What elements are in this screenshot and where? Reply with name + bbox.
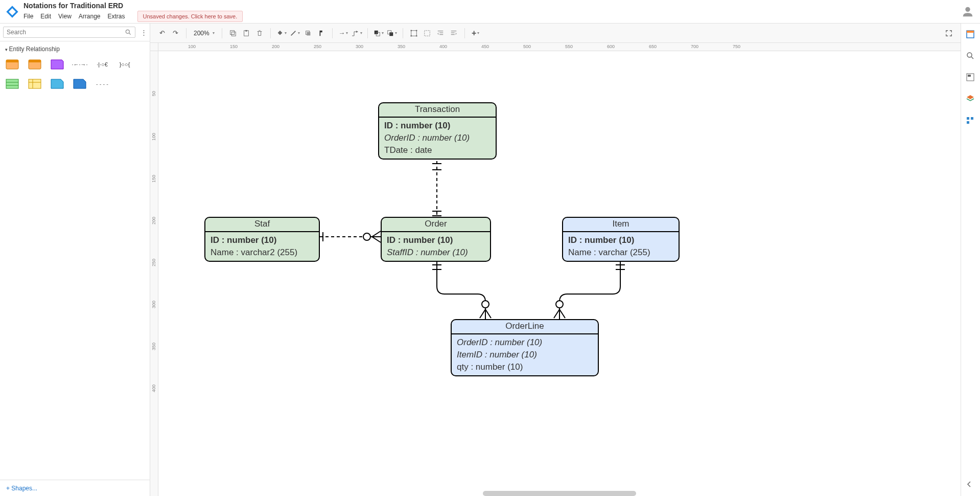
svg-line-45 <box>372 237 381 242</box>
outline-panel-icon[interactable] <box>966 73 976 83</box>
entity-row[interactable]: TDate : date <box>384 144 491 156</box>
insert-button[interactable]: +▾ <box>470 28 481 39</box>
entity-title: Order <box>382 218 490 232</box>
svg-rect-23 <box>411 30 416 36</box>
svg-line-51 <box>485 309 491 318</box>
menu-extras[interactable]: Extras <box>108 13 125 20</box>
svg-point-27 <box>416 35 417 36</box>
entity-row[interactable]: ID : number (10) <box>211 234 314 246</box>
entity-row[interactable]: ID : number (10) <box>384 120 491 132</box>
toolbar: ↶ ↷ 200%▾ ▾ ▾ →▾ ▾ ▾ ▾ +▾ <box>150 24 961 43</box>
to-front-button[interactable]: ▾ <box>373 28 384 39</box>
entity-row[interactable]: ItemID : number (10) <box>457 349 593 361</box>
to-back-button[interactable]: ▾ <box>386 28 398 39</box>
entity-staf[interactable]: Staf ID : number (10) Name : varchar2 (2… <box>204 217 320 262</box>
entity-row[interactable]: Name : varchar2 (255) <box>211 246 314 259</box>
paper[interactable]: Transaction ID : number (10) OrderID : n… <box>158 51 961 496</box>
svg-rect-65 <box>971 117 973 120</box>
redo-button[interactable]: ↷ <box>170 28 181 39</box>
entity-row[interactable]: Name : varchar (255) <box>568 246 673 259</box>
svg-line-49 <box>480 309 485 318</box>
save-warning[interactable]: Unsaved changes. Click here to save. <box>137 11 243 22</box>
more-shapes-button[interactable]: + Shapes... <box>6 485 37 492</box>
svg-point-54 <box>556 301 563 308</box>
svg-line-61 <box>971 57 973 59</box>
entity-row[interactable]: OrderID : number (10) <box>384 132 491 144</box>
search-icon <box>125 29 132 36</box>
undo-button[interactable]: ↶ <box>156 28 168 39</box>
svg-rect-66 <box>967 121 969 124</box>
entity-item[interactable]: Item ID : number (10) Name : varchar (25… <box>562 217 680 262</box>
svg-rect-10 <box>29 79 41 88</box>
entity-row[interactable]: OrderID : number (10) <box>457 336 593 349</box>
tags-panel-icon[interactable] <box>966 116 976 126</box>
line-color-button[interactable]: ▾ <box>289 28 300 39</box>
entity-title: Staf <box>205 218 319 232</box>
svg-rect-63 <box>968 75 971 77</box>
zoom-select[interactable]: 200%▾ <box>192 30 217 37</box>
ruler-corner <box>150 43 158 51</box>
layers-panel-icon[interactable] <box>966 94 976 104</box>
svg-rect-4 <box>6 60 18 62</box>
svg-rect-18 <box>307 32 310 35</box>
menu-edit[interactable]: Edit <box>40 13 51 20</box>
entity-title: OrderLine <box>452 320 598 334</box>
menu-arrange[interactable]: Arrange <box>79 13 101 20</box>
entity-row[interactable]: ID : number (10) <box>568 234 673 246</box>
svg-rect-7 <box>6 79 18 88</box>
shadow-button[interactable] <box>302 28 314 39</box>
entity-row[interactable]: qty : number (10) <box>457 361 593 373</box>
entity-row[interactable]: ID : number (10) <box>387 234 485 246</box>
entity-orderline[interactable]: OrderLine OrderID : number (10) ItemID :… <box>451 319 599 376</box>
svg-point-1 <box>126 30 129 33</box>
fullscreen-button[interactable] <box>943 28 954 39</box>
shape-table-orange-1[interactable] <box>5 59 19 70</box>
palette-title[interactable]: Entity Relationship <box>5 46 145 53</box>
fit-button[interactable] <box>422 28 433 39</box>
shape-table-orange-2[interactable] <box>28 59 42 70</box>
shape-relation-2[interactable]: ·|·○€ <box>95 59 109 70</box>
svg-rect-6 <box>29 60 41 62</box>
entity-row[interactable]: StaffID : number (10) <box>387 246 485 259</box>
ruler-horizontal: 100 150 200 250 300 350 400 450 500 550 … <box>158 43 961 51</box>
edit-geometry-button[interactable] <box>408 28 419 39</box>
document-title[interactable]: Notations for Traditional ERD <box>24 2 243 10</box>
header: Notations for Traditional ERD File Edit … <box>0 0 980 24</box>
shape-relation-3[interactable]: }○○{ <box>118 59 132 70</box>
shape-table-green[interactable] <box>5 78 19 89</box>
waypoint-button[interactable]: ▾ <box>351 28 362 39</box>
svg-line-43 <box>372 231 381 237</box>
indent-left-button[interactable] <box>435 28 446 39</box>
entity-title: Transaction <box>379 103 496 118</box>
format-painter-button[interactable] <box>316 28 327 39</box>
horizontal-scrollbar[interactable] <box>483 491 636 496</box>
copy-button[interactable] <box>227 28 239 39</box>
menu-file[interactable]: File <box>24 13 33 20</box>
paste-button[interactable] <box>241 28 252 39</box>
expand-panel-icon[interactable] <box>966 481 976 491</box>
format-panel-icon[interactable] <box>966 30 976 40</box>
fill-color-button[interactable]: ▾ <box>276 28 287 39</box>
sidebar-more-icon[interactable]: ⋮ <box>138 29 147 36</box>
shape-table-purple[interactable] <box>50 59 64 70</box>
entity-transaction[interactable]: Transaction ID : number (10) OrderID : n… <box>378 102 497 160</box>
search-box[interactable] <box>3 27 135 38</box>
svg-point-25 <box>416 30 417 31</box>
search-input[interactable] <box>7 29 125 36</box>
menu-view[interactable]: View <box>58 13 72 20</box>
delete-button[interactable] <box>254 28 265 39</box>
entity-order[interactable]: Order ID : number (10) StaffID : number … <box>381 217 491 262</box>
canvas[interactable]: 100 150 200 250 300 350 400 450 500 550 … <box>150 43 961 496</box>
indent-right-button[interactable] <box>448 28 459 39</box>
connection-button[interactable]: →▾ <box>338 28 349 39</box>
shape-relation-1[interactable]: ·←·→· <box>73 59 87 70</box>
svg-rect-16 <box>245 30 247 31</box>
shape-table-blue[interactable] <box>73 78 87 89</box>
svg-rect-28 <box>424 30 430 36</box>
shape-table-yellow[interactable] <box>28 78 42 89</box>
shape-table-teal[interactable] <box>50 78 64 89</box>
shape-palette: ·←·→· ·|·○€ }○○{ - - - - <box>5 57 145 92</box>
search-panel-icon[interactable] <box>966 51 976 61</box>
shape-dashed-line[interactable]: - - - - <box>95 78 109 89</box>
user-icon[interactable] <box>961 5 975 19</box>
